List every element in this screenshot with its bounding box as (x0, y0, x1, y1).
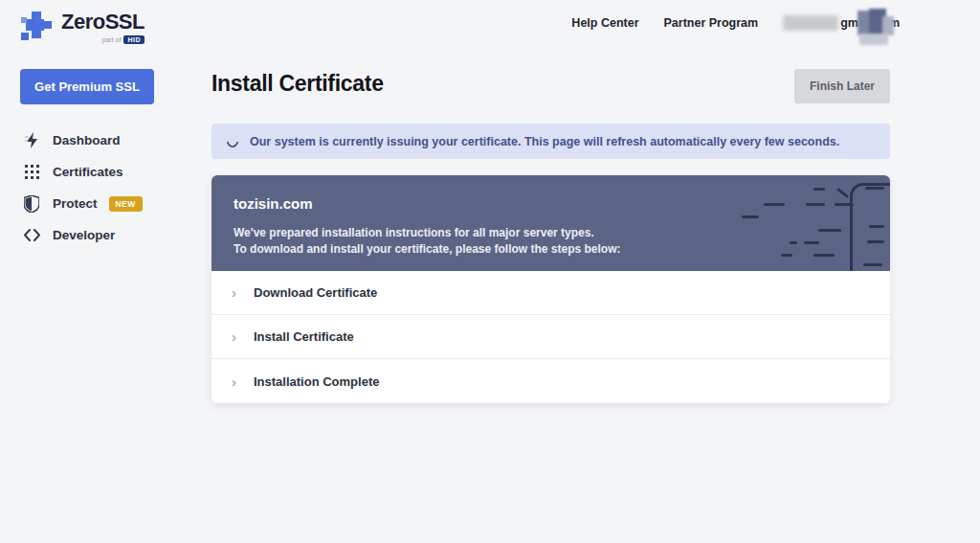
sidebar-nav: Dashboard Certificates (23, 124, 186, 251)
header: ZeroSSL part of HID Help Center Partner … (0, 0, 980, 57)
certificate-card: tozisin.com We've prepared installation … (212, 175, 890, 403)
sidebar-item-developer[interactable]: Developer (23, 219, 186, 251)
chevron-right-icon: › (232, 329, 236, 344)
zerossl-logo-icon (19, 10, 54, 44)
code-icon (23, 227, 40, 244)
page-title: Install Certificate (212, 71, 384, 97)
partner-program-link[interactable]: Partner Program (664, 16, 759, 30)
step-install-certificate[interactable]: › Install Certificate (212, 315, 890, 359)
sidebar-item-label: Protect (53, 196, 98, 211)
step-installation-complete[interactable]: › Installation Complete (212, 359, 890, 403)
zerossl-logo[interactable]: ZeroSSL part of HID (19, 10, 145, 44)
sidebar-item-label: Developer (53, 228, 115, 242)
sidebar-item-label: Dashboard (53, 133, 121, 147)
issuing-banner: Our system is currently issuing your cer… (212, 124, 890, 159)
certificate-domain: tozisin.com (234, 195, 890, 212)
sidebar-item-certificates[interactable]: Certificates (23, 156, 186, 188)
brand-name: ZeroSSL (61, 10, 145, 34)
get-premium-ssl-button[interactable]: Get Premium SSL (20, 69, 154, 104)
grid-icon (23, 164, 40, 181)
certificate-card-header: tozisin.com We've prepared installation … (212, 175, 890, 271)
installation-steps: › Download Certificate › Install Certifi… (212, 271, 890, 403)
chevron-right-icon: › (232, 285, 236, 300)
avatar[interactable] (858, 9, 894, 45)
spinner-icon (225, 133, 241, 149)
certificate-description-line2: To download and install your certificate… (234, 241, 890, 258)
sidebar-item-label: Certificates (53, 165, 123, 179)
email-redacted-block (783, 15, 838, 31)
step-label: Download Certificate (254, 285, 377, 300)
new-badge: NEW (109, 196, 143, 212)
sidebar-item-protect[interactable]: Protect NEW (23, 188, 186, 219)
step-download-certificate[interactable]: › Download Certificate (212, 271, 890, 315)
step-label: Install Certificate (254, 329, 354, 344)
lightning-icon (23, 132, 40, 149)
help-center-link[interactable]: Help Center (571, 16, 638, 30)
step-label: Installation Complete (254, 374, 379, 389)
brand-part-of: part of (102, 36, 122, 43)
header-nav: Help Center Partner Program gmail.com (571, 0, 900, 46)
brand-parent-badge: HID (123, 35, 145, 44)
sidebar-item-dashboard[interactable]: Dashboard (23, 124, 186, 156)
chevron-right-icon: › (232, 374, 236, 389)
issuing-banner-text: Our system is currently issuing your cer… (250, 135, 839, 148)
certificate-description-line1: We've prepared installation instructions… (234, 225, 890, 241)
shield-icon (23, 195, 40, 213)
finish-later-button[interactable]: Finish Later (794, 69, 890, 103)
